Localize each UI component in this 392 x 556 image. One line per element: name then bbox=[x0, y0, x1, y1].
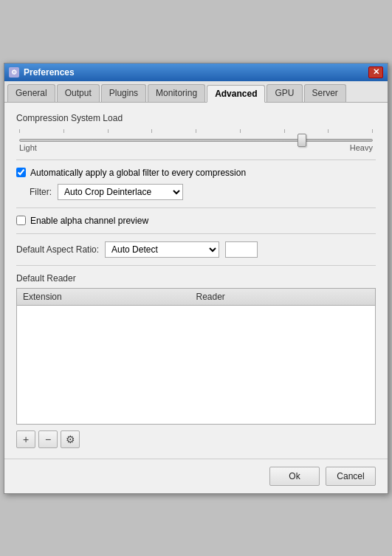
window-icon: ⚙ bbox=[9, 67, 19, 78]
settings-button[interactable]: ⚙ bbox=[61, 430, 80, 448]
title-bar-title: ⚙ Preferences bbox=[9, 67, 75, 78]
ok-button[interactable]: Ok bbox=[269, 467, 320, 486]
tab-general[interactable]: General bbox=[7, 84, 55, 102]
compression-slider-track[interactable] bbox=[19, 139, 373, 142]
tab-monitoring[interactable]: Monitoring bbox=[148, 84, 205, 102]
filter-checkbox[interactable] bbox=[16, 168, 26, 177]
divider-2 bbox=[16, 207, 376, 208]
filter-label: Filter: bbox=[30, 187, 52, 197]
preferences-window: ⚙ Preferences ✕ General Output Plugins M… bbox=[4, 63, 388, 494]
tick-2 bbox=[63, 129, 64, 133]
tab-advanced[interactable]: Advanced bbox=[207, 85, 265, 103]
remove-button[interactable]: − bbox=[38, 430, 58, 448]
footer: Ok Cancel bbox=[4, 459, 388, 493]
col-extension: Extension bbox=[23, 292, 196, 302]
alpha-checkbox[interactable] bbox=[16, 216, 26, 225]
compression-section-label: Compression System Load bbox=[16, 113, 376, 123]
alpha-checkbox-row: Enable alpha channel preview bbox=[16, 216, 376, 226]
title-bar: ⚙ Preferences ✕ bbox=[4, 64, 388, 81]
slider-light-label: Light bbox=[19, 143, 37, 152]
filter-row: Filter: Auto Crop Deinterlace None Custo… bbox=[30, 184, 376, 200]
compression-slider-container: Light Heavy bbox=[16, 129, 376, 152]
tick-7 bbox=[284, 129, 285, 133]
aspect-ratio-row: Default Aspect Ratio: Auto Detect 4:3 16… bbox=[16, 241, 376, 258]
tick-3 bbox=[108, 129, 109, 133]
divider-1 bbox=[16, 159, 376, 160]
tab-output[interactable]: Output bbox=[57, 84, 100, 102]
default-reader-title: Default Reader bbox=[16, 273, 376, 284]
default-reader-section: Default Reader Extension Reader + − ⚙ bbox=[16, 273, 376, 448]
content-area: Compression System Load Light Heavy bbox=[4, 103, 388, 459]
close-button[interactable]: ✕ bbox=[368, 66, 383, 78]
compression-slider-thumb[interactable] bbox=[298, 134, 306, 147]
filter-checkbox-row: Automatically apply a global filter to e… bbox=[16, 168, 376, 178]
add-button[interactable]: + bbox=[16, 430, 35, 448]
divider-3 bbox=[16, 233, 376, 234]
cancel-button[interactable]: Cancel bbox=[326, 467, 376, 486]
filter-checkbox-label: Automatically apply a global filter to e… bbox=[30, 168, 246, 178]
col-reader: Reader bbox=[196, 292, 370, 302]
filter-select[interactable]: Auto Crop Deinterlace None Custom bbox=[58, 184, 183, 200]
aspect-value-box bbox=[225, 241, 258, 258]
tick-8 bbox=[328, 129, 329, 133]
tick-4 bbox=[151, 129, 152, 133]
tick-1 bbox=[19, 129, 20, 133]
alpha-checkbox-label: Enable alpha channel preview bbox=[30, 216, 148, 226]
divider-4 bbox=[16, 265, 376, 266]
aspect-ratio-select[interactable]: Auto Detect 4:3 16:9 Custom bbox=[105, 241, 219, 258]
table-body bbox=[17, 306, 375, 424]
aspect-ratio-label: Default Aspect Ratio: bbox=[16, 244, 99, 255]
tick-6 bbox=[240, 129, 241, 133]
window-title: Preferences bbox=[24, 67, 75, 78]
slider-heavy-label: Heavy bbox=[350, 143, 373, 152]
tab-bar: General Output Plugins Monitoring Advanc… bbox=[4, 81, 388, 103]
table-header: Extension Reader bbox=[17, 289, 375, 306]
tab-server[interactable]: Server bbox=[304, 84, 346, 102]
tab-plugins[interactable]: Plugins bbox=[101, 84, 146, 102]
slider-ticks bbox=[19, 129, 373, 133]
reader-table: Extension Reader bbox=[16, 288, 376, 425]
table-btn-row: + − ⚙ bbox=[16, 430, 376, 448]
tab-gpu[interactable]: GPU bbox=[267, 84, 302, 102]
tick-9 bbox=[372, 129, 373, 133]
tick-5 bbox=[196, 129, 196, 133]
slider-labels: Light Heavy bbox=[19, 143, 373, 152]
